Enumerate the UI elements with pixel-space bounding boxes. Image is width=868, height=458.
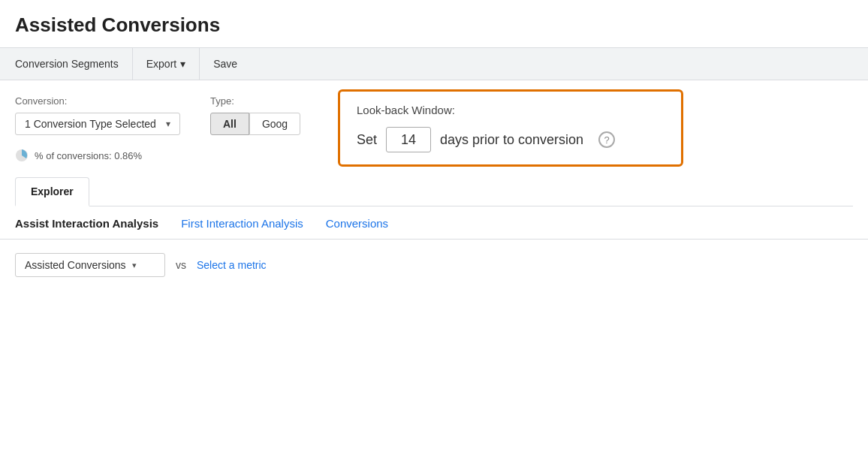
page-title: Assisted Conversions (0, 0, 868, 47)
lookback-days-input[interactable] (386, 127, 431, 152)
save-button[interactable]: Save (200, 48, 251, 80)
select-metric-link[interactable]: Select a metric (197, 259, 267, 271)
lookback-title: Look-back Window: (357, 104, 665, 116)
export-label: Export (146, 58, 176, 70)
metric-row: Assisted Conversions ▾ vs Select a metri… (0, 240, 868, 277)
conversion-segments-button[interactable]: Conversion Segments (15, 48, 133, 80)
tab-explorer[interactable]: Explorer (15, 177, 89, 206)
pie-chart-icon (15, 149, 29, 162)
conversion-selected-value: 1 Conversion Type Selected (25, 118, 156, 130)
tab-bar: Explorer (15, 177, 853, 206)
sub-nav: Assist Interaction Analysis First Intera… (0, 206, 868, 240)
export-chevron-icon: ▾ (180, 58, 185, 70)
conversion-filter-group: Conversion: 1 Conversion Type Selected ▾ (15, 95, 180, 135)
metric-dropdown-label: Assisted Conversions (25, 259, 126, 271)
explorer-section: Explorer (0, 162, 868, 206)
lookback-help-icon[interactable]: ? (598, 131, 615, 148)
toolbar: Conversion Segments Export ▾ Save (0, 47, 868, 80)
conversion-metric-text: % of conversions: 0.86% (35, 150, 142, 161)
conversion-label: Conversion: (15, 95, 180, 107)
conversion-dropdown-arrow-icon: ▾ (166, 119, 170, 129)
conversion-dropdown[interactable]: 1 Conversion Type Selected ▾ (15, 113, 180, 135)
lookback-set-label: Set (357, 132, 377, 148)
lookback-row: Set days prior to conversion ? (357, 127, 665, 152)
type-label: Type: (210, 95, 300, 107)
sub-nav-first-interaction[interactable]: First Interaction Analysis (181, 217, 303, 239)
export-button[interactable]: Export ▾ (133, 48, 200, 80)
metric-dropdown-chevron-icon: ▾ (132, 261, 137, 270)
metric-dropdown[interactable]: Assisted Conversions ▾ (15, 253, 165, 277)
type-btn-goog[interactable]: Goog (249, 113, 300, 135)
type-btn-all[interactable]: All (210, 113, 249, 135)
filters-row: Conversion: 1 Conversion Type Selected ▾… (0, 80, 868, 143)
sub-nav-assist-interaction[interactable]: Assist Interaction Analysis (15, 217, 158, 239)
vs-label: vs (176, 259, 186, 271)
lookback-window-popup: Look-back Window: Set days prior to conv… (338, 89, 683, 167)
type-buttons: All Goog (210, 113, 300, 135)
sub-nav-conversions[interactable]: Conversions (326, 217, 388, 239)
type-filter-group: Type: All Goog (210, 95, 300, 135)
lookback-days-suffix: days prior to conversion (440, 132, 583, 148)
